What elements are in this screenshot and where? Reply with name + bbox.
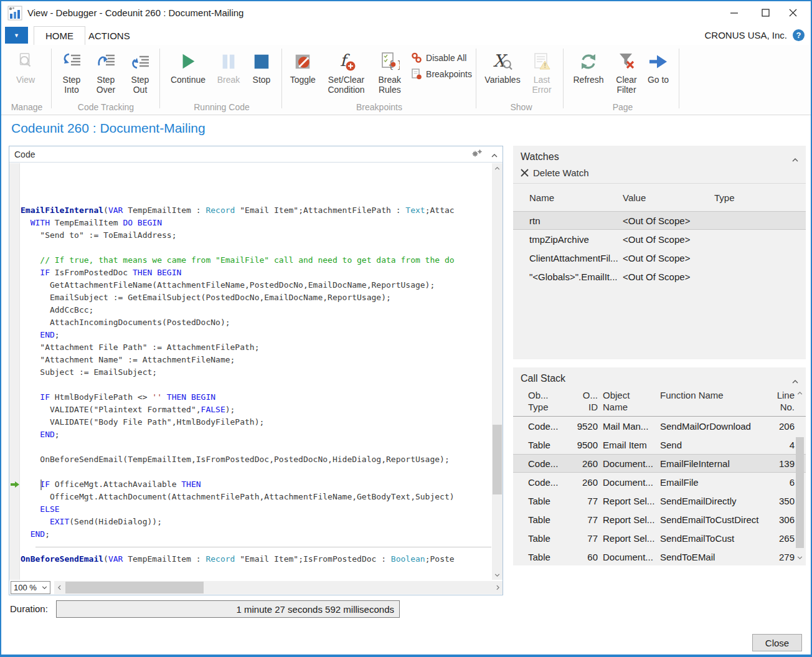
code-line[interactable]: IF IsFromPostedDoc THEN BEGIN — [21, 267, 491, 279]
breakpoints-list-button[interactable]: Breakpoints — [411, 69, 472, 80]
scroll-up-icon[interactable] — [492, 163, 503, 173]
code-line[interactable]: AttachIncomingDocuments(PostedDocNo); — [21, 316, 491, 329]
code-line[interactable]: "Send to" := ToEmailAddress; — [21, 229, 491, 242]
col-function-name[interactable]: Function Name — [655, 389, 765, 413]
minimize-button[interactable] — [724, 4, 745, 21]
code-line[interactable]: // If true, that means we came from "Ema… — [21, 254, 491, 267]
continue-button[interactable]: Continue — [164, 47, 212, 85]
scroll-down-icon[interactable] — [795, 553, 805, 562]
code-line[interactable] — [21, 242, 491, 254]
code-line[interactable]: EXIT(Send(HideDialog)); — [21, 516, 491, 528]
group-running-code-label: Running Code — [164, 102, 279, 112]
delete-watch-button[interactable]: Delete Watch — [513, 166, 806, 184]
code-line[interactable] — [21, 441, 491, 453]
code-line[interactable]: VALIDATE("Plaintext Formatted",FALSE); — [21, 404, 491, 416]
code-line[interactable]: END; — [21, 428, 491, 441]
code-horizontal-scrollbar[interactable] — [54, 581, 503, 594]
call-stack-row[interactable]: Table60Document...SendToEMail279 — [513, 547, 806, 566]
call-stack-column-headers: Ob...Type O...ID ObjectName Function Nam… — [513, 389, 806, 417]
code-line[interactable]: Subject := EmailSubject; — [21, 366, 491, 379]
step-out-button[interactable]: Step Out — [123, 47, 157, 95]
step-into-icon — [62, 49, 82, 75]
code-vscroll-thumb[interactable] — [493, 425, 502, 494]
scroll-down-icon[interactable] — [492, 570, 503, 580]
set-clear-condition-button[interactable]: f Set/Clear Condition — [319, 47, 374, 95]
watch-row[interactable]: tmpZipArchive<Out Of Scope> — [513, 230, 806, 248]
code-line[interactable]: END; — [21, 528, 491, 541]
watch-row[interactable]: ClientAttachmentFil...<Out Of Scope> — [513, 248, 806, 267]
break-button[interactable]: Break — [212, 47, 245, 85]
maximize-button[interactable] — [755, 4, 776, 21]
code-line[interactable]: VALIDATE("Body File Path",HtmlBodyFilePa… — [21, 416, 491, 428]
code-line[interactable]: EmailFileInternal(VAR TempEmailItem : Re… — [21, 204, 491, 217]
col-object-id[interactable]: O...ID — [567, 389, 598, 413]
scroll-left-icon[interactable] — [54, 581, 64, 594]
call-stack-row[interactable]: Table77Report Sel...SendEmailDirectly350 — [513, 491, 806, 510]
call-stack-scroll-thumb[interactable] — [796, 437, 804, 548]
help-icon[interactable]: ? — [793, 29, 805, 41]
variables-button[interactable]: X Variables — [481, 47, 524, 85]
watches-collapse-icon[interactable] — [792, 153, 798, 164]
scroll-up-icon[interactable] — [795, 389, 805, 397]
code-line[interactable]: "Attachment File Path" := AttachmentFile… — [21, 341, 491, 354]
col-line-no[interactable]: LineNo. — [765, 389, 795, 413]
call-stack-row[interactable]: Table9500Email ItemSend4 — [513, 435, 806, 454]
col-object-type[interactable]: Ob...Type — [528, 389, 567, 413]
code-editor[interactable]: EmailFileInternal(VAR TempEmailItem : Re… — [9, 163, 503, 580]
code-line[interactable]: ELSE — [21, 503, 491, 516]
code-line[interactable]: "Attachment Name" := AttachmentFileName; — [21, 354, 491, 366]
code-line[interactable]: END; — [21, 329, 491, 341]
call-stack-row[interactable]: Table77Report Sel...SendEmailToCustDirec… — [513, 510, 806, 529]
code-hscroll-thumb[interactable] — [65, 582, 204, 593]
watches-col-type[interactable]: Type — [714, 192, 806, 203]
code-line[interactable]: OfficeMgt.AttachDocument(AttachmentFileP… — [21, 491, 491, 503]
step-over-button[interactable]: Step Over — [88, 47, 123, 95]
col-object-name[interactable]: ObjectName — [598, 389, 655, 413]
toggle-button[interactable]: Toggle — [286, 47, 319, 85]
watches-col-name[interactable]: Name — [529, 192, 623, 203]
code-line[interactable]: GetAttachmentFileName(AttachmentFileName… — [21, 279, 491, 291]
code-line[interactable]: OnBeforeSendEmail(TempEmailItem,IsFromPo… — [21, 453, 491, 466]
code-vertical-scrollbar[interactable] — [492, 163, 503, 580]
code-line[interactable]: AddCcBcc; — [21, 304, 491, 316]
app-menu-button[interactable]: ▼ — [5, 27, 28, 44]
code-panel-collapse-icon[interactable] — [491, 149, 498, 159]
break-rules-button[interactable]: { } Break Rules — [374, 47, 407, 95]
go-to-button[interactable]: Go to — [644, 47, 673, 85]
step-into-button[interactable]: Step Into — [55, 47, 88, 95]
code-line[interactable]: EmailSubject := GetEmailSubject(PostedDo… — [21, 291, 491, 304]
code-line[interactable] — [21, 466, 491, 478]
toggle-breakpoint-icon — [293, 49, 312, 75]
code-line[interactable]: WITH TempEmailItem DO BEGIN — [21, 217, 491, 229]
last-error-button[interactable]: ! Last Error — [524, 47, 559, 95]
tab-actions[interactable]: ACTIONS — [77, 26, 141, 45]
close-button[interactable]: Close — [752, 634, 802, 651]
stop-label: Stop — [253, 75, 271, 85]
code-line[interactable] — [21, 379, 491, 391]
view-button[interactable]: View — [6, 47, 45, 85]
breakpoints-small-buttons: Disable All Breakpoints — [411, 47, 472, 80]
code-line[interactable]: IF OfficeMgt.AttachAvailable THEN — [21, 478, 491, 491]
code-actions-icon[interactable] — [471, 149, 483, 159]
call-stack-row[interactable]: Code...260Document...EmailFileInternal13… — [513, 454, 806, 473]
clear-filter-button[interactable]: Clear Filter — [609, 47, 644, 95]
call-stack-collapse-icon[interactable] — [792, 375, 798, 386]
code-line[interactable]: OnBeforeSendEmail(VAR TempEmailItem : Re… — [21, 553, 491, 565]
zoom-select[interactable]: 100 % — [11, 581, 50, 594]
close-button-label: Close — [765, 638, 789, 648]
scroll-right-icon[interactable] — [493, 581, 503, 594]
call-stack-row[interactable]: Code...9520Mail Man...SendMailOrDownload… — [513, 417, 806, 435]
close-window-button[interactable] — [782, 4, 803, 21]
watch-row[interactable]: rtn<Out Of Scope> — [513, 211, 806, 230]
stop-button[interactable]: Stop — [245, 47, 278, 85]
breakpoint-gutter[interactable] — [9, 163, 20, 580]
code-line[interactable]: IF HtmlBodyFilePath <> '' THEN BEGIN — [21, 391, 491, 404]
call-stack-row[interactable]: Code...260Document...EmailFile6 — [513, 473, 806, 491]
watches-col-value[interactable]: Value — [623, 192, 714, 203]
refresh-button[interactable]: Refresh — [568, 47, 609, 85]
disable-all-button[interactable]: Disable All — [411, 52, 472, 64]
disable-all-icon — [411, 52, 422, 64]
call-stack-scrollbar[interactable] — [795, 389, 805, 562]
watch-row[interactable]: "<Globals>".EmailIt...<Out Of Scope> — [513, 267, 806, 286]
call-stack-row[interactable]: Table77Report Sel...SendEmailToCust265 — [513, 529, 806, 547]
